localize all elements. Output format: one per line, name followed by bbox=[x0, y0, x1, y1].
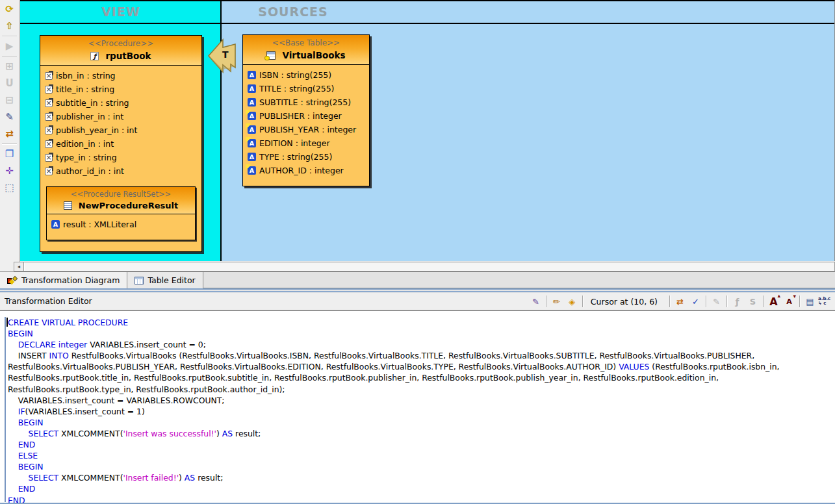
horizontal-scrollbar[interactable]: ◂ bbox=[14, 262, 835, 271]
column-row[interactable]: result : XMLLiteral bbox=[47, 218, 195, 231]
string-column-icon bbox=[248, 98, 256, 107]
toolbar-separator bbox=[799, 296, 800, 307]
parameter-icon bbox=[45, 140, 53, 148]
resultset-box[interactable]: <<Procedure ResultSet>> NewProcedureResu… bbox=[46, 186, 196, 240]
diagram-toolbar: ⟳⇧▶⊞U⊟✎⇄❐✛⬚ bbox=[0, 0, 19, 271]
criteria-disabled-icon[interactable]: ƒ bbox=[730, 295, 745, 308]
parameter-icon bbox=[45, 113, 53, 121]
sql-line: BEGIN bbox=[8, 461, 833, 472]
edit-transformation-icon[interactable]: ✎ bbox=[528, 295, 543, 308]
column-row[interactable]: PUBLISHER : integer bbox=[243, 109, 369, 123]
validate-icon[interactable]: ✓ bbox=[688, 295, 703, 308]
view-panel-title: VIEW bbox=[20, 5, 222, 19]
toolbar-separator bbox=[726, 296, 727, 307]
toolbar-separator bbox=[2, 36, 17, 36]
toolbar-separator bbox=[2, 144, 17, 144]
reconcile-mapping-icon[interactable]: ⇄ bbox=[2, 126, 18, 142]
sql-line: END bbox=[8, 483, 833, 494]
tab-table-editor[interactable]: Table Editor bbox=[127, 272, 203, 288]
parameter-row[interactable]: isbn_in : string bbox=[40, 69, 201, 82]
tab-transformation-diagram[interactable]: Transformation Diagram bbox=[0, 272, 127, 288]
up-package-icon[interactable]: ⇧ bbox=[2, 18, 18, 34]
toolbar-separator bbox=[546, 296, 546, 307]
parameter-icon bbox=[45, 127, 53, 134]
sql-code[interactable]: CREATE VIRTUAL PROCEDUREBEGIN DECLARE in… bbox=[8, 317, 833, 504]
transformation-diagram-icon bbox=[7, 276, 18, 284]
parameter-icon bbox=[45, 72, 53, 80]
refresh-diagram-icon[interactable]: ⟳ bbox=[2, 1, 18, 17]
reconcile-icon[interactable]: ⇄ bbox=[673, 295, 687, 308]
sql-line: SELECT XMLCOMMENT('Insert failed!') AS r… bbox=[8, 472, 833, 483]
font-increase-icon[interactable]: A bbox=[766, 295, 781, 308]
panel-header-divider bbox=[20, 23, 834, 24]
diagram-canvas[interactable]: VIEW SOURCES <<Procedure>> rputBook isbn… bbox=[20, 0, 835, 261]
tab-label: Transformation Diagram bbox=[21, 275, 120, 285]
marquee-select-icon[interactable]: ⬚ bbox=[2, 180, 18, 195]
toolbar-separator bbox=[2, 56, 17, 57]
toolbar-separator bbox=[582, 296, 583, 307]
new-union-icon[interactable]: U bbox=[2, 75, 18, 91]
sql-editor[interactable]: CREATE VIRTUAL PROCEDUREBEGIN DECLARE in… bbox=[0, 310, 835, 504]
parameter-icon bbox=[45, 168, 53, 175]
column-row[interactable]: SUBTITLE : string(255) bbox=[243, 95, 369, 109]
new-page-icon[interactable]: ✛ bbox=[2, 163, 18, 179]
column-row[interactable]: AUTHOR_ID : integer bbox=[243, 164, 369, 177]
toolbar-separator bbox=[706, 296, 706, 307]
parameter-row[interactable]: type_in : string bbox=[40, 151, 201, 164]
column-row[interactable]: PUBLISH_YEAR : integer bbox=[243, 123, 369, 136]
scroll-left-button[interactable]: ◂ bbox=[14, 262, 24, 271]
string-column-icon bbox=[248, 84, 256, 93]
parameter-row[interactable]: author_id_in : int bbox=[40, 164, 201, 178]
integer-column-icon bbox=[248, 139, 256, 147]
sql-line: INSERT INTO RestfulBooks.VirtualBooks (R… bbox=[8, 350, 833, 361]
sql-line: BEGIN bbox=[8, 328, 833, 339]
function-icon bbox=[90, 52, 99, 60]
base-table-box[interactable]: <<Base Table>> VirtualBooks ISBN : strin… bbox=[242, 34, 370, 186]
criteria-builder-icon[interactable]: ✏ bbox=[549, 295, 564, 308]
word-wrap-icon[interactable]: a.b.c ↳ c bbox=[818, 295, 833, 308]
sql-line: END bbox=[8, 439, 833, 450]
procedure-box[interactable]: <<Procedure>> rputBook isbn_in : string … bbox=[40, 35, 202, 252]
transformation-editor-header: Transformation Editor ✎✏◈Cursor at (10, … bbox=[0, 293, 835, 310]
sql-line: VARIABLES.insert_count = VARIABLES.ROWCO… bbox=[8, 395, 833, 406]
resultset-stereotype: <<Procedure ResultSet>> bbox=[48, 190, 194, 199]
parameter-icon bbox=[45, 154, 53, 162]
parameter-row[interactable]: publisher_in : int bbox=[40, 110, 201, 123]
split-sash[interactable] bbox=[0, 288, 835, 293]
scrollbar-thumb[interactable] bbox=[24, 262, 834, 271]
base-table-stereotype: <<Base Table>> bbox=[245, 38, 367, 47]
application-window: ⟳⇧▶⊞U⊟✎⇄❐✛⬚ VIEW SOURCES <<Procedure>> r… bbox=[0, 0, 835, 504]
sql-line: CREATE VIRTUAL PROCEDURE bbox=[8, 317, 833, 328]
resultset-name: NewProcedureResult bbox=[79, 201, 178, 210]
new-sibling-icon[interactable]: ⊞ bbox=[2, 58, 18, 74]
parameter-row[interactable]: title_in : string bbox=[40, 82, 201, 96]
column-row[interactable]: TITLE : string(255) bbox=[243, 82, 369, 95]
transformation-arrow[interactable]: T bbox=[207, 38, 237, 74]
sql-template-icon[interactable]: S bbox=[745, 295, 760, 308]
save-diagram-icon[interactable]: ❐ bbox=[2, 146, 18, 162]
procedure-box-header[interactable]: <<Procedure>> rputBook bbox=[40, 36, 201, 66]
column-row[interactable]: EDITION : integer bbox=[243, 136, 369, 150]
resultset-icon bbox=[64, 201, 72, 210]
editor-focus-border bbox=[5, 317, 6, 502]
sql-line: BEGIN bbox=[8, 417, 833, 428]
column-row[interactable]: TYPE : string(255) bbox=[243, 150, 369, 164]
new-child-icon[interactable]: ⊟ bbox=[2, 92, 18, 108]
preferences-icon[interactable]: ▤ bbox=[803, 295, 817, 308]
base-table-box-header[interactable]: <<Base Table>> VirtualBooks bbox=[243, 35, 369, 65]
edit-diagram-icon[interactable]: ✎ bbox=[2, 109, 18, 125]
font-decrease-icon[interactable]: A bbox=[782, 295, 797, 308]
column-row[interactable]: ISBN : string(255) bbox=[243, 68, 369, 82]
table-editor-icon bbox=[135, 277, 144, 284]
procedure-stereotype: <<Procedure>> bbox=[42, 39, 199, 48]
parameter-row[interactable]: edition_in : int bbox=[40, 137, 201, 151]
supports-update-icon[interactable]: ✎ bbox=[709, 295, 724, 308]
preview-data-icon[interactable]: ▶ bbox=[2, 38, 18, 54]
resultset-box-header[interactable]: <<Procedure ResultSet>> NewProcedureResu… bbox=[47, 187, 195, 214]
expression-builder-icon[interactable]: ◈ bbox=[565, 295, 580, 308]
parameter-row[interactable]: publish_year_in : int bbox=[40, 123, 201, 137]
editor-tab-bar: Transformation Diagram Table Editor bbox=[0, 271, 835, 288]
sql-line: RestfulBooks.rputBook.title_in, RestfulB… bbox=[8, 372, 833, 383]
parameter-row[interactable]: subtitle_in : string bbox=[40, 96, 201, 110]
integer-column-icon bbox=[248, 166, 256, 175]
